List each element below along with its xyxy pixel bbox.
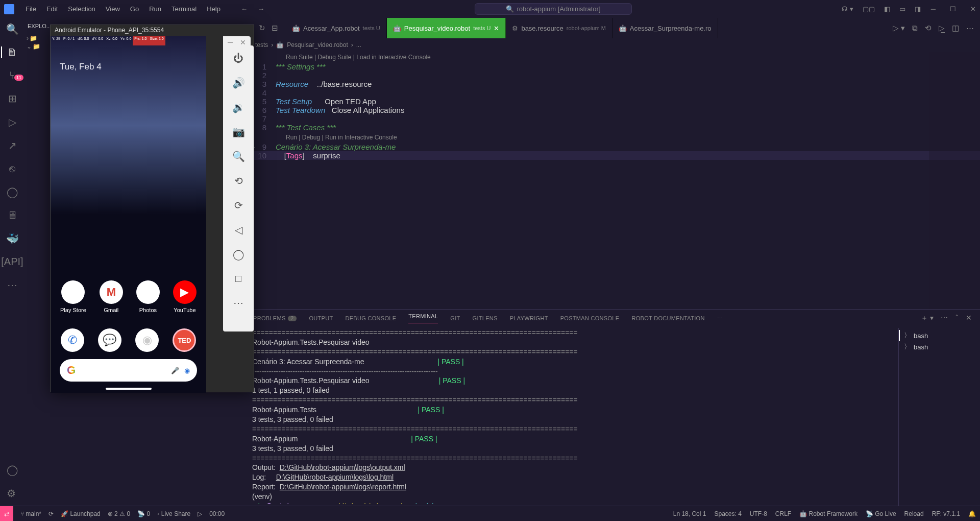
window-maximize-icon[interactable]: ☐ (950, 5, 956, 13)
source-control-activity-icon[interactable]: ⑂11 (9, 69, 15, 81)
emulator-rotate-right-icon[interactable]: ⟳ (234, 199, 243, 211)
emulator-minimize-icon[interactable]: ─ (228, 38, 233, 46)
layout-sidebar-right-icon[interactable]: ◨ (915, 5, 921, 13)
app-photos[interactable]: ✿Photos (136, 280, 160, 313)
copilot-icon[interactable]: ☊ ▾ (842, 5, 853, 13)
status-debug-start[interactable]: ▷ (198, 510, 202, 517)
panel-tab-terminal[interactable]: TERMINAL (408, 313, 438, 323)
status-language[interactable]: 🤖 Robot Framework (799, 510, 857, 517)
terminal-item[interactable]: 〉bash (901, 341, 978, 352)
panel-tab-git[interactable]: GIT (450, 315, 460, 321)
status-spaces[interactable]: Spaces: 4 (714, 510, 741, 517)
emulator-zoom-icon[interactable]: 🔍 (232, 150, 245, 162)
tab-base-resource[interactable]: ⚙ base.resource robot-appium M (506, 18, 612, 38)
app-messages[interactable]: 💬 (98, 328, 121, 352)
github-activity-icon[interactable]: ◯ (7, 186, 18, 198)
panel-tab-output[interactable]: OUTPUT (309, 315, 333, 321)
emulator-screen[interactable]: Y: 29 P: 0 / 1 dX: 0.0 dY: 0.0 Xv: 0.0 Y… (51, 36, 206, 393)
emulator-screenshot-icon[interactable]: 📷 (232, 126, 245, 138)
emulator-volume-down-icon[interactable]: 🔉 (232, 101, 245, 113)
terminal-item[interactable]: 〉bash (899, 330, 978, 341)
status-golive[interactable]: 📡 Go Live (866, 510, 896, 517)
emulator-power-icon[interactable]: ⏻ (233, 53, 243, 64)
remote-indicator[interactable]: ⇄ (0, 506, 13, 521)
layout-sidebar-left-icon[interactable]: ◧ (884, 5, 890, 13)
menu-file[interactable]: File (20, 5, 41, 13)
tab-acessar-app[interactable]: 🤖 Acessar_App.robot tests U (286, 18, 387, 38)
menu-help[interactable]: Help (202, 5, 226, 13)
mic-icon[interactable]: 🎤 (171, 367, 179, 374)
menu-selection[interactable]: Selection (63, 5, 100, 13)
tab-pesquisar-video[interactable]: 🤖 Pesquisar_video.robot tests U ✕ (387, 18, 506, 38)
account-icon[interactable]: ◯ (7, 464, 18, 476)
app-ted[interactable]: TED (173, 328, 196, 352)
panel-tab-playwright[interactable]: PLAYWRIGHT (510, 315, 548, 321)
status-sync-icon[interactable]: ⟳ (48, 510, 54, 517)
panel-tab-problems[interactable]: PROBLEMS2 (253, 315, 297, 321)
minimap[interactable] (929, 52, 980, 309)
command-center[interactable]: 🔍 robot-appium [Administrator] (475, 3, 632, 15)
menu-view[interactable]: View (101, 5, 125, 13)
panel-tab-overflow-icon[interactable]: ⋯ (717, 315, 723, 322)
emulator-more-icon[interactable]: ⋯ (233, 297, 243, 309)
menu-edit[interactable]: Edit (41, 5, 63, 13)
more-activity-icon[interactable]: ⋯ (7, 279, 17, 291)
split-editor-icon[interactable]: ◫ (952, 23, 959, 33)
status-ports[interactable]: 📡 0 (137, 510, 150, 517)
window-minimize-icon[interactable]: ─ (931, 5, 936, 13)
api-activity-icon[interactable]: [API] (1, 256, 23, 268)
run-debug-activity-icon[interactable]: ▷ (9, 116, 16, 128)
android-emulator-window[interactable]: Android Emulator - Phone_API_35:5554 ─ ✕… (50, 25, 254, 392)
emulator-home-icon[interactable]: ◯ (233, 248, 244, 260)
menu-go[interactable]: Go (125, 5, 144, 13)
settings-gear-icon[interactable]: ⚙ (7, 487, 18, 500)
app-play-store[interactable]: ▶Play Store (60, 280, 86, 313)
breadcrumb-item[interactable]: tests (255, 41, 268, 49)
run-icon[interactable]: ▷ ▾ (893, 23, 905, 33)
codelens-suite[interactable]: Run Suite | Debug Suite | Load in Intera… (245, 52, 980, 62)
emulator-nav-handle[interactable] (106, 388, 152, 390)
more-actions-icon[interactable]: ⋯ (966, 23, 974, 33)
nav-forward-icon[interactable]: → (258, 5, 264, 13)
run-alt-icon[interactable]: ▷̲ (939, 23, 945, 33)
tree-row[interactable]: ⌄📁 (24, 42, 53, 51)
layout-panel-icon[interactable]: ▭ (899, 5, 905, 13)
history-icon[interactable]: ⟲ (925, 23, 932, 33)
tab-close-icon[interactable]: ✕ (494, 25, 499, 32)
status-liveshare[interactable]: ◦ Live Share (157, 510, 190, 517)
emulator-volume-up-icon[interactable]: 🔊 (232, 77, 245, 89)
menu-terminal[interactable]: Terminal (166, 5, 202, 13)
remote-explorer-activity-icon[interactable]: 🖥 (7, 209, 17, 221)
app-youtube[interactable]: ▶YouTube (173, 280, 197, 313)
app-gmail[interactable]: MGmail (100, 280, 123, 313)
app-phone[interactable]: ✆ (61, 328, 84, 352)
status-encoding[interactable]: UTF-8 (750, 510, 767, 517)
new-terminal-icon[interactable]: ＋ ▾ (921, 314, 934, 323)
terminal[interactable]: ========================================… (252, 328, 893, 504)
status-cursor[interactable]: Ln 18, Col 1 (673, 510, 706, 517)
share-activity-icon[interactable]: ↗ (8, 139, 17, 152)
breadcrumbs[interactable]: tests› 🤖 Pesquisar_video.robot› ... (245, 38, 980, 52)
emulator-close-icon[interactable]: ✕ (240, 38, 246, 46)
panel-tab-robot-doc[interactable]: ROBOT DOCUMENTATION (631, 315, 704, 321)
panel-tab-gitlens[interactable]: GITLENS (473, 315, 498, 321)
emulator-rotate-left-icon[interactable]: ⟲ (234, 175, 243, 187)
explorer-activity-icon[interactable]: 🗎 (1, 46, 17, 58)
compare-icon[interactable]: ⧉ (912, 23, 918, 33)
panel-maximize-icon[interactable]: ˄ (955, 314, 959, 323)
status-rf-version[interactable]: RF: v7.1.1 (932, 510, 960, 517)
status-launchpad[interactable]: 🚀 Launchpad (61, 510, 101, 517)
docker-activity-icon[interactable]: 🐳 (6, 232, 19, 245)
panel-more-icon[interactable]: ⋯ (941, 314, 948, 323)
panel-tab-debug-console[interactable]: DEBUG CONSOLE (345, 315, 396, 321)
breadcrumb-item[interactable]: ... (356, 41, 361, 49)
status-branch[interactable]: ⑂ main* (20, 510, 41, 517)
lens-icon[interactable]: ◉ (184, 367, 190, 374)
search-activity-icon[interactable]: 🔍 (6, 23, 19, 35)
emulator-overview-icon[interactable]: □ (235, 273, 241, 285)
layout-editor-icon[interactable]: ▢▢ (863, 5, 875, 13)
status-problems[interactable]: ⊗ 2 ⚠ 0 (108, 510, 130, 517)
codelens-testcase[interactable]: Run | Debug | Run in Interactive Console (245, 132, 980, 143)
extensions-activity-icon[interactable]: ⊞ (8, 92, 17, 105)
collapse-icon[interactable]: ⊟ (272, 23, 278, 33)
